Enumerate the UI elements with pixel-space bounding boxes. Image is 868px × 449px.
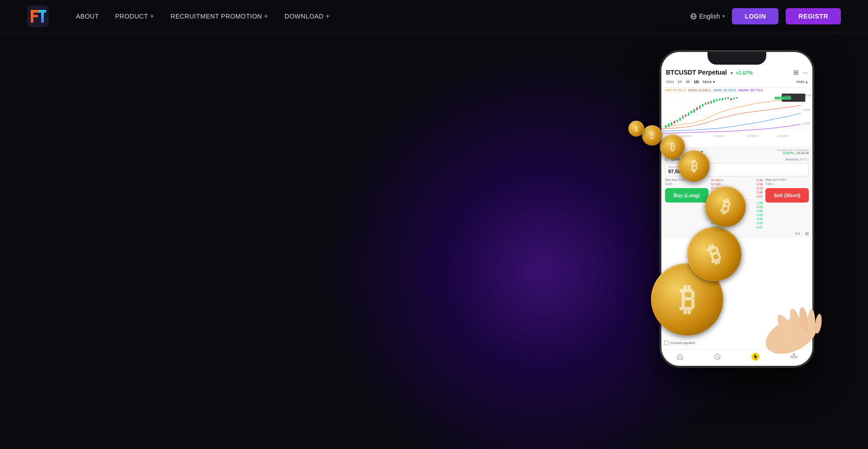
svg-rect-30 [711,101,712,104]
bottom-nav-history[interactable] [714,353,721,360]
ma-indicators: MA5: 97,451.5 MA25: 84,608.3 MA99: 68,12… [661,88,812,93]
header-icons: ⊞ ··· [793,69,808,76]
tf-1h[interactable]: 1h [678,80,682,84]
tf-1d[interactable]: 1D [694,80,699,84]
home-icon [676,353,684,360]
candlestick-icon[interactable]: ⊞ [793,69,799,76]
svg-text:11/05/2024: 11/05/2024 [713,135,725,137]
trading-panels: Max buy 0 BTC Cost -- Buy (Long) 97,560.… [665,178,809,229]
svg-rect-18 [676,120,678,122]
buy-long-button[interactable]: Buy (Long) [665,188,708,203]
svg-rect-15 [668,123,670,127]
more-options-icon[interactable]: ··· [802,69,808,76]
svg-rect-17 [674,121,675,123]
cost-sell-info: Cost -- [765,182,809,185]
language-chevron-icon: ▾ [722,14,725,19]
ob-bid-1: 97,558.91.56 [711,201,763,205]
ob-ask-3: 97,5590.15 [711,186,763,190]
svg-text:11/25/2024: 11/25/2024 [777,135,789,137]
cost-buy-info: Cost -- [665,182,708,185]
max-buy-info: Max buy 0 BTC [665,178,708,181]
chart-area: MA5: 97,451.5 MA25: 84,608.3 MA99: 68,12… [661,88,812,147]
svg-rect-35 [725,98,726,99]
recruitment-plus-icon: + [264,12,269,20]
svg-rect-27 [702,104,703,107]
hand-overlay [737,277,827,367]
svg-rect-33 [719,99,720,100]
svg-point-57 [808,309,815,333]
price-change: +1.67% [736,70,753,76]
svg-rect-36 [727,97,729,99]
main-content: BTCUSDT Perpetual ▼ +1.67% ⊞ ··· 15m 1h … [0,33,868,449]
orderbook: 97,560.20.34 97,5600.58 97,5590.15 97,55… [711,178,763,229]
language-selector[interactable]: English ▾ [690,13,725,20]
order-type-label: Limit order [671,157,691,161]
tf-15m[interactable]: 15m [666,80,674,84]
coin-tiny-2 [628,121,644,137]
svg-rect-32 [716,99,717,101]
svg-rect-23 [691,111,692,113]
nav-links: ABOUT PRODUCT + RECRUITMENT PROMOTION + … [76,12,690,20]
svg-rect-19 [679,118,681,121]
tf-more[interactable]: More ▾ [703,80,715,84]
cross-selector[interactable]: Cross ▾ [665,148,684,155]
nav-product[interactable]: PRODUCT + [115,12,155,20]
ma25-label: MA25: 84,608.3 [689,89,711,92]
symbol-arrow: ▼ [730,71,734,76]
svg-rect-29 [708,102,709,104]
nav-about[interactable]: ABOUT [76,13,99,20]
ob-ask-1: 97,560.20.34 [711,178,763,182]
current-symbol-checkbox[interactable] [664,340,669,345]
ob-bid-5: 97,557.60.00 [711,217,763,221]
register-button[interactable]: REGISTR [786,8,841,24]
ob-ask-2: 97,5600.58 [711,182,763,186]
quantity-row: 0.1 - ⊞ [665,231,809,236]
controls-row: Cross ▾ 10.00x ▾ Funding rate / Countdow… [665,148,809,155]
hand-illustration [737,277,827,358]
symbol-info[interactable]: BTCUSDT Perpetual ▼ +1.67% [666,68,753,76]
history-icon [714,353,721,360]
leverage-selector[interactable]: 10.00x ▾ [686,148,706,155]
ob-bid-7: 97,557.30.01 [711,225,763,229]
price-input[interactable]: Price (USDT) 97,568.8 [665,163,809,176]
nav-right: English ▾ LOGIN REGISTR [690,8,841,24]
svg-text:10/26/2024: 10/26/2024 [680,135,692,137]
hide-button[interactable]: Hide ▴ [796,80,808,84]
current-symbol-label: Current symbol [670,341,695,345]
coin-tiny-1 [642,125,662,146]
bottom-nav-home[interactable] [676,353,684,360]
tf-4h[interactable]: 4h [686,80,690,84]
candlestick-chart: 100,000 80,000 60,000 10/26/2024 11/05/2… [661,93,812,138]
svg-text:11/15/2024: 11/15/2024 [746,135,758,137]
svg-rect-34 [722,98,723,100]
svg-rect-21 [685,114,686,117]
svg-text:60,000: 60,000 [803,122,810,125]
download-plus-icon: + [326,12,330,20]
product-plus-icon: + [150,12,154,20]
order-type-row: Limit order Amount (BTC) [665,157,809,161]
timeframe-row: 15m 1h 4h 1D More ▾ Hide ▴ [666,78,808,85]
nav-download[interactable]: DOWNLOAD + [285,12,330,20]
logo[interactable] [27,5,49,27]
price-input-value: 97,568.8 [668,169,806,174]
sell-short-button[interactable]: Sell (Short) [765,188,809,203]
grid-icon: ⊞ [805,231,809,236]
ob-ask-4: 97,558.92.69 [711,190,763,194]
svg-rect-20 [682,115,684,119]
sell-panel: Max sell 0 BTC Cost -- Sell (Short) [765,178,809,229]
ma5-label: MA5: 97,451.5 [665,89,686,92]
amount-label: Amount (BTC) [786,157,809,161]
svg-text:97,568.8: 97,568.8 [776,97,783,99]
phone-mockup: BTCUSDT Perpetual ▼ +1.67% ⊞ ··· 15m 1h … [660,51,814,367]
svg-rect-28 [705,103,706,105]
funding-rate-value: 0.017% / 04:28:44 [778,151,809,155]
trading-section: Cross ▾ 10.00x ▾ Funding rate / Countdow… [661,147,812,238]
svg-rect-14 [665,125,666,128]
nav-recruitment[interactable]: RECRUITMENT PROMOTION + [170,12,268,20]
language-label: English [699,13,720,20]
order-radio[interactable] [665,157,669,161]
ob-bid-2: 97,558.60.00 [711,205,763,209]
login-button[interactable]: LOGIN [732,8,778,24]
funding-info: Funding rate / Countdown 0.017% / 04:28:… [778,149,809,155]
svg-rect-16 [671,122,672,125]
